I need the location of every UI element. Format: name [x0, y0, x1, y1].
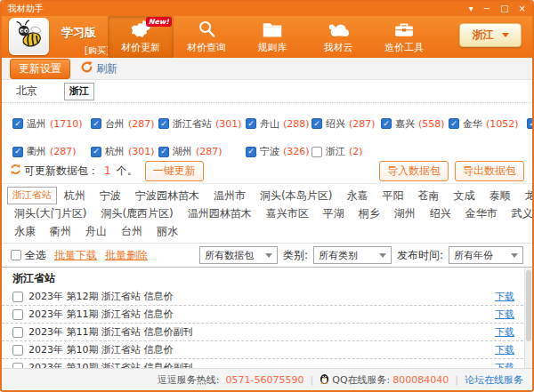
download-link[interactable]: 下载 — [495, 308, 514, 321]
city-filter-item[interactable]: ✓ 丽水 (287) — [527, 110, 534, 137]
refresh-button[interactable]: 刷新 — [81, 61, 117, 76]
region-tab[interactable]: 嘉兴市区 — [259, 204, 316, 222]
import-package-button[interactable]: 导入数据包 — [379, 161, 449, 181]
region-tab[interactable]: 台州 — [114, 222, 150, 240]
check-mark-icon: ✓ — [313, 120, 320, 128]
city-filter-item[interactable]: ✓ 嘉兴 (558) — [381, 110, 449, 137]
region-tab[interactable]: 浙江省站 — [7, 187, 57, 204]
region-tab[interactable]: 宁波园林苗木 — [128, 187, 206, 204]
region-selector-button[interactable]: 浙江 — [459, 23, 522, 47]
city-filter-item[interactable]: ✓ 湖州 (287) — [158, 145, 246, 158]
qq-service[interactable]: QQ在线服务: 800084040 — [320, 372, 449, 387]
checkbox-icon[interactable]: ✓ — [246, 147, 256, 157]
region-tab[interactable]: 洞头(本岛片区) — [253, 187, 339, 204]
city-filter-item[interactable]: ✓ 舟山 (288) — [246, 110, 312, 137]
checkbox-icon[interactable]: ✓ — [246, 118, 256, 129]
nav-tab-rule-library[interactable]: 规则库 — [239, 16, 305, 58]
checkbox-icon[interactable]: ✓ — [12, 147, 23, 157]
region-tab[interactable]: 平阳 — [375, 187, 410, 204]
update-count-suffix: 个。 — [117, 164, 138, 179]
city-filter-item[interactable]: ✓ 杭州 (301) — [91, 145, 158, 158]
city-filter-item[interactable]: ✓ 绍兴 (287) — [312, 110, 381, 137]
checkbox-icon[interactable]: ✓ — [91, 147, 101, 157]
export-package-button[interactable]: 导出数据包 — [455, 161, 524, 181]
region-tab[interactable]: 温州市 — [206, 187, 253, 204]
checkbox-icon[interactable]: ✓ — [12, 345, 23, 356]
region-tab[interactable]: 平湖 — [316, 204, 352, 222]
region-tab[interactable]: 永康 — [7, 222, 43, 240]
nav-tab-price-update[interactable]: New! 材价更新 — [108, 16, 174, 58]
region-tab[interactable]: 洞头(鹿西片区) — [93, 204, 180, 222]
checkbox-icon[interactable]: ✓ — [12, 118, 23, 129]
region-tab[interactable]: 文成 — [446, 187, 481, 204]
forum-service-link[interactable]: 论坛在线服务 — [465, 373, 523, 387]
checkbox-icon[interactable]: ✓ — [12, 309, 23, 320]
checkbox-icon[interactable]: ✓ — [11, 250, 21, 260]
city-filter-item[interactable]: ✓ 温州 (1710) — [12, 110, 91, 137]
batch-delete-link[interactable]: 批量删除 — [105, 248, 148, 263]
publish-time-select[interactable]: 所有年份 — [449, 246, 523, 264]
batch-download-link[interactable]: 批量下载 — [54, 248, 97, 263]
checkbox-icon[interactable]: ✓ — [527, 118, 534, 129]
download-link[interactable]: 下载 — [495, 343, 514, 356]
region-tab[interactable]: 永嘉 — [339, 187, 375, 204]
nav-tab-price-query[interactable]: 材价查询 — [174, 16, 239, 58]
download-link[interactable]: 下载 — [495, 361, 514, 368]
select-all-checkbox[interactable]: ✓ 全选 — [11, 248, 46, 263]
region-tab[interactable]: 苍南 — [410, 187, 446, 204]
city-filter-item[interactable]: ✓ 衢州 (287) — [12, 145, 91, 158]
nav-tab-cost-tools[interactable]: 造价工具 — [371, 16, 437, 58]
region-tab[interactable]: 衢州 — [43, 222, 78, 240]
toolbox-icon — [393, 20, 415, 38]
checkbox-icon[interactable]: ✓ — [12, 327, 23, 338]
check-mark-icon: ✓ — [160, 120, 167, 128]
region-tab[interactable]: 泰顺 — [481, 187, 517, 204]
checkbox-icon[interactable]: ✓ — [381, 118, 392, 129]
city-filter-item[interactable]: ✓ 宁波 (326) — [246, 145, 312, 158]
nav-tab-cloud[interactable]: 我材云 — [305, 16, 371, 58]
vertical-scrollbar[interactable] — [524, 268, 532, 368]
city-name: 衢州 — [27, 145, 46, 158]
restore-icon[interactable]: □ — [500, 4, 508, 13]
region-tab[interactable]: 桐乡 — [352, 204, 387, 222]
download-link[interactable]: 下载 — [495, 290, 514, 303]
checkbox-icon[interactable]: ✓ — [12, 363, 23, 369]
region-tab[interactable]: 龙港 — [517, 187, 534, 204]
region-tab[interactable]: 金华市 — [458, 204, 505, 222]
region-tab[interactable]: 武义 — [505, 204, 534, 222]
region-tab[interactable]: 舟山 — [78, 222, 114, 240]
close-icon[interactable]: × — [519, 4, 526, 13]
checkbox-icon[interactable]: ✓ — [12, 292, 23, 302]
city-count: (326) — [283, 146, 310, 157]
city-filter-item[interactable]: ✓ 浙江省站 (301) — [158, 110, 246, 137]
package-type-select[interactable]: 所有数据包 — [199, 246, 278, 264]
download-link[interactable]: 下载 — [495, 325, 514, 339]
checkbox-icon[interactable]: ✓ — [312, 118, 322, 129]
city-filter-item[interactable]: ✓ 浙江 (2) — [312, 145, 381, 158]
region-tab[interactable]: 温州园林苗木 — [181, 204, 259, 222]
check-mark-icon: ✓ — [14, 120, 21, 128]
checkbox-icon[interactable]: ✓ — [312, 147, 322, 157]
checkbox-icon[interactable]: ✓ — [449, 118, 459, 129]
checkbox-icon[interactable]: ✓ — [158, 147, 169, 157]
minimize-icon[interactable]: − — [483, 4, 490, 13]
region-tab[interactable]: 湖州 — [387, 204, 423, 222]
region-tab[interactable]: 丽水 — [150, 222, 185, 240]
buy-link[interactable]: [购买] — [85, 44, 109, 57]
province-tab[interactable]: 浙江 — [64, 83, 94, 100]
chevron-down-icon — [502, 33, 509, 37]
city-filter-item[interactable]: ✓ 金华 (1052) — [449, 110, 527, 137]
province-tab[interactable]: 北京 — [16, 84, 37, 99]
checkbox-icon[interactable]: ✓ — [158, 118, 169, 129]
category-select[interactable]: 所有类别 — [313, 246, 392, 264]
one-click-update-button[interactable]: 一键更新 — [145, 161, 204, 181]
region-tab[interactable]: 洞头(大门片区) — [7, 204, 93, 222]
update-settings-button[interactable]: 更新设置 — [10, 59, 70, 79]
region-tab[interactable]: 宁波 — [93, 187, 128, 204]
city-filter-item[interactable]: ✓ 台州 (287) — [91, 110, 158, 137]
region-tab[interactable]: 绍兴 — [423, 204, 458, 222]
region-tab[interactable]: 杭州 — [57, 187, 93, 204]
menu-arrow-icon[interactable]: ▾ — [469, 4, 473, 13]
checkbox-icon[interactable]: ✓ — [91, 118, 101, 129]
scrollbar-thumb[interactable] — [526, 270, 531, 341]
